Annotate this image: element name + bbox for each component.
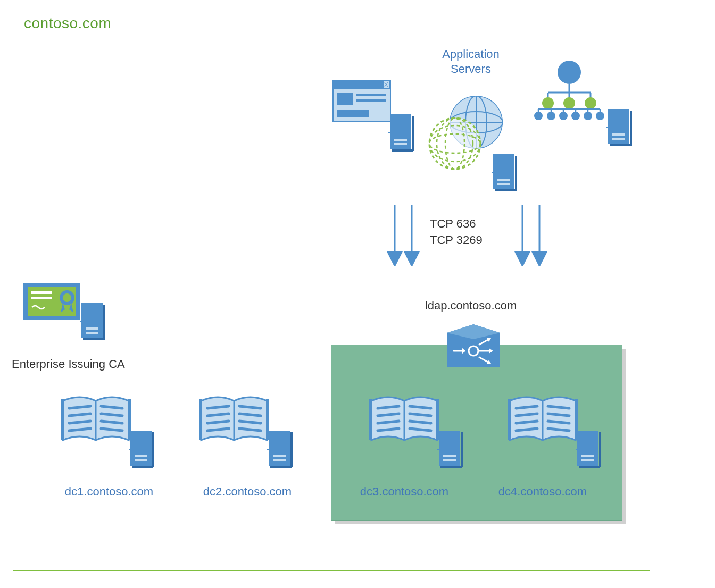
svg-rect-113 [270, 466, 292, 468]
svg-rect-149 [581, 459, 594, 461]
svg-rect-129 [461, 432, 463, 467]
svg-point-40 [571, 112, 580, 120]
tcp-ports: TCP 636 TCP 3269 [430, 216, 483, 249]
svg-rect-114 [273, 455, 286, 457]
svg-rect-112 [290, 432, 293, 467]
svg-rect-108 [199, 399, 202, 440]
svg-rect-46 [392, 149, 413, 152]
dc1-label: dc1.contoso.com [56, 485, 162, 499]
svg-point-42 [596, 112, 604, 120]
svg-rect-132 [443, 459, 456, 461]
svg-rect-115 [273, 459, 286, 461]
svg-rect-80 [86, 327, 98, 330]
directory-book-icon [197, 394, 271, 448]
dc2-label: dc2.contoso.com [194, 485, 301, 499]
svg-rect-53 [497, 179, 510, 181]
svg-rect-54 [497, 183, 510, 185]
svg-point-75 [63, 293, 71, 302]
certificate-icon [22, 282, 81, 324]
svg-point-28 [563, 97, 575, 109]
directory-book-icon [367, 394, 442, 448]
server-icon [606, 109, 633, 146]
svg-rect-51 [515, 156, 517, 191]
appservers-title: Application Servers [412, 47, 529, 76]
dc4-label: dc4.contoso.com [489, 485, 596, 499]
svg-rect-95 [152, 432, 154, 467]
svg-rect-130 [440, 466, 462, 468]
server-icon [388, 114, 415, 152]
svg-rect-57 [630, 111, 632, 146]
ca-label: Enterprise Issuing CA [12, 357, 125, 371]
svg-rect-45 [412, 116, 414, 151]
svg-rect-72 [31, 291, 52, 294]
directory-book-icon [505, 394, 580, 448]
svg-rect-96 [132, 466, 153, 468]
svg-rect-52 [495, 189, 516, 191]
svg-rect-146 [599, 432, 601, 467]
server-icon [267, 431, 294, 468]
svg-rect-81 [86, 332, 98, 334]
server-icon [80, 303, 106, 340]
svg-point-41 [584, 112, 592, 120]
svg-rect-97 [135, 455, 147, 457]
domain-title: contoso.com [24, 15, 111, 32]
svg-rect-59 [612, 133, 625, 136]
load-balancer-icon [444, 323, 503, 371]
svg-point-37 [534, 112, 543, 120]
svg-point-21 [558, 61, 581, 84]
svg-rect-147 [579, 466, 600, 468]
svg-rect-98 [135, 459, 147, 461]
svg-rect-78 [103, 305, 105, 340]
svg-rect-7 [356, 99, 386, 102]
server-icon [492, 154, 518, 191]
svg-rect-6 [356, 94, 386, 96]
svg-rect-48 [394, 143, 407, 145]
svg-rect-5 [337, 93, 353, 105]
svg-point-27 [542, 97, 554, 109]
svg-rect-1 [333, 80, 390, 89]
port-1: TCP 636 [430, 217, 476, 230]
svg-point-38 [547, 112, 555, 120]
svg-rect-125 [369, 399, 372, 440]
svg-rect-148 [581, 455, 594, 457]
appservers-title-l2: Servers [451, 62, 491, 75]
svg-point-29 [585, 97, 596, 109]
svg-rect-8 [337, 110, 369, 117]
svg-rect-73 [31, 297, 52, 299]
dc3-label: dc3.contoso.com [351, 485, 458, 499]
svg-rect-142 [508, 399, 511, 440]
svg-point-39 [559, 112, 568, 120]
svg-rect-131 [443, 455, 456, 457]
server-icon [437, 431, 464, 468]
org-chart-icon [529, 57, 609, 121]
directory-book-icon [59, 394, 133, 448]
port-2: TCP 3269 [430, 233, 483, 247]
server-icon [129, 431, 155, 468]
appservers-title-l1: Application [442, 47, 500, 61]
svg-rect-79 [83, 338, 104, 340]
svg-rect-58 [610, 144, 631, 146]
svg-rect-60 [612, 138, 625, 140]
server-icon [576, 431, 602, 468]
svg-rect-47 [394, 139, 407, 141]
ldap-label: ldap.contoso.com [410, 299, 532, 313]
browser-window-icon [332, 80, 391, 122]
svg-rect-91 [61, 399, 64, 440]
